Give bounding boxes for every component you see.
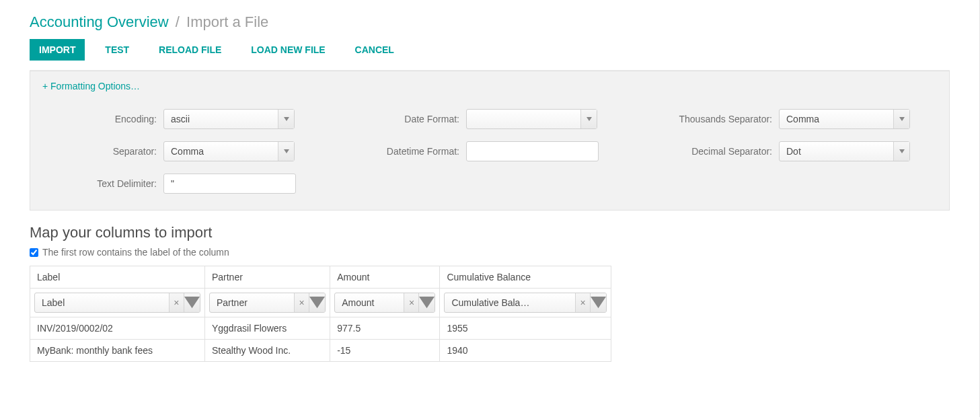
cell: 1955 <box>440 317 611 340</box>
cancel-button[interactable]: CANCEL <box>346 39 404 61</box>
import-button[interactable]: IMPORT <box>30 39 85 61</box>
first-row-label: The first row contains the label of the … <box>42 247 229 258</box>
col-header: Partner <box>204 266 330 289</box>
chevron-down-icon <box>590 293 606 312</box>
chevron-down-icon <box>893 142 909 161</box>
thousands-sep-label: Thousands Separator: <box>621 114 779 124</box>
breadcrumb-parent[interactable]: Accounting Overview <box>30 13 169 30</box>
col-header: Label <box>30 266 205 289</box>
thousands-sep-select[interactable]: Comma <box>779 109 910 129</box>
encoding-select[interactable]: ascii <box>163 109 295 129</box>
formatting-panel: + Formatting Options… Encoding: ascii Da… <box>30 71 950 211</box>
map-select-amount[interactable]: Amount × <box>334 293 435 313</box>
col-header: Cumulative Balance <box>440 266 611 289</box>
separator-label: Separator: <box>42 146 163 157</box>
test-button[interactable]: TEST <box>96 39 139 61</box>
cell: 1940 <box>440 340 611 362</box>
formatting-options-toggle[interactable]: + Formatting Options… <box>42 81 140 91</box>
chevron-down-icon <box>418 293 435 312</box>
map-select-partner[interactable]: Partner × <box>209 293 326 313</box>
action-bar: IMPORT TEST RELOAD FILE LOAD NEW FILE CA… <box>30 39 950 61</box>
encoding-value: ascii <box>171 114 190 124</box>
separator-value: Comma <box>171 146 204 157</box>
table-row: INV/2019/0002/02 Yggdrasil Flowers 977.5… <box>30 317 611 340</box>
map-select-value: Cumulative Bala… <box>451 297 529 308</box>
map-select-value: Label <box>42 297 65 308</box>
cell: INV/2019/0002/02 <box>30 317 205 340</box>
cell: MyBank: monthly bank fees <box>30 340 205 362</box>
map-select-value: Partner <box>217 297 248 308</box>
header-row: Label Partner Amount Cumulative Balance <box>30 266 611 289</box>
breadcrumb-current: Import a File <box>186 13 268 30</box>
map-columns-title: Map your columns to import <box>30 224 950 241</box>
chevron-down-icon <box>278 142 294 161</box>
cell: 977.5 <box>330 317 440 340</box>
decimal-sep-select[interactable]: Dot <box>779 141 910 161</box>
close-icon[interactable]: × <box>169 293 184 312</box>
decimal-sep-value: Dot <box>786 146 801 157</box>
thousands-sep-value: Comma <box>786 114 819 124</box>
decimal-sep-label: Decimal Separator: <box>621 146 779 157</box>
map-select-label[interactable]: Label × <box>34 293 200 313</box>
close-icon[interactable]: × <box>404 293 418 312</box>
cell: Stealthy Wood Inc. <box>204 340 330 362</box>
close-icon[interactable]: × <box>575 293 590 312</box>
close-icon[interactable]: × <box>294 293 309 312</box>
col-header: Amount <box>330 266 440 289</box>
date-format-select[interactable] <box>466 109 597 129</box>
datetime-format-input[interactable] <box>466 141 599 161</box>
chevron-down-icon <box>893 110 909 128</box>
preview-table: Label Partner Amount Cumulative Balance … <box>30 266 611 362</box>
cell: -15 <box>330 340 440 362</box>
datetime-format-label: Datetime Format: <box>332 146 466 157</box>
mapping-row: Label × Partner × Amount × <box>30 289 611 317</box>
separator-select[interactable]: Comma <box>163 141 295 161</box>
date-format-label: Date Format: <box>332 114 466 124</box>
text-delimiter-input[interactable] <box>163 174 296 194</box>
chevron-down-icon <box>184 293 200 312</box>
map-select-value: Amount <box>342 297 374 308</box>
encoding-label: Encoding: <box>42 114 163 124</box>
chevron-down-icon <box>580 110 597 128</box>
table-row: MyBank: monthly bank fees Stealthy Wood … <box>30 340 611 362</box>
cell: Yggdrasil Flowers <box>204 317 330 340</box>
reload-file-button[interactable]: RELOAD FILE <box>149 39 231 61</box>
text-delimiter-label: Text Delimiter: <box>42 178 163 189</box>
breadcrumb-separator: / <box>176 13 180 30</box>
breadcrumb: Accounting Overview / Import a File <box>30 13 950 31</box>
load-new-file-button[interactable]: LOAD NEW FILE <box>241 39 334 61</box>
map-select-cumulative[interactable]: Cumulative Bala… × <box>444 293 607 313</box>
chevron-down-icon <box>278 110 294 128</box>
chevron-down-icon <box>309 293 325 312</box>
first-row-checkbox[interactable] <box>30 248 38 257</box>
